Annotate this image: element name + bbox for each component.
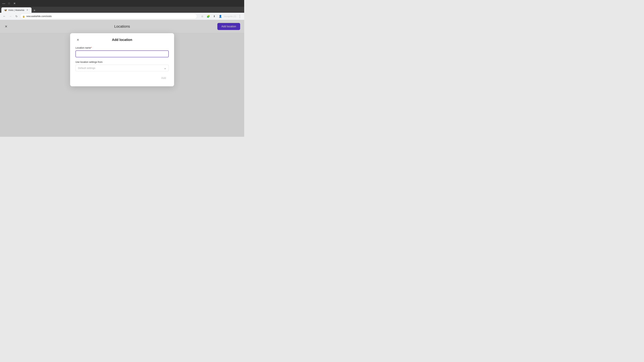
tab-label: Visits | Waitwhile xyxy=(8,9,24,11)
incognito-label: Incognito (2) xyxy=(224,15,236,17)
more-menu-button[interactable]: ⋮ xyxy=(238,14,242,18)
browser-controls: — □ ✕ xyxy=(1,1,17,6)
settings-from-label: Use location settings from xyxy=(76,61,169,63)
tab-close-button[interactable]: ✕ xyxy=(26,8,29,11)
location-name-form-group: Location name* xyxy=(76,46,169,57)
page-content: ✕ Locations Add location Moodie577 ••• ✕… xyxy=(0,20,244,137)
modal-overlay[interactable]: ✕ Add location Location name* Use locati… xyxy=(0,20,244,137)
modal-add-button[interactable]: Add xyxy=(159,75,169,81)
modal-title: Add location xyxy=(112,38,132,42)
reload-button[interactable]: ↻ xyxy=(14,14,19,18)
tab-bar: 🦋 Visits | Waitwhile ✕ + xyxy=(0,7,244,13)
modal-close-button[interactable]: ✕ xyxy=(76,37,80,42)
close-window-button[interactable]: ✕ xyxy=(12,1,17,6)
address-icons: ☆ 🧩 ⬇ 👤 Incognito (2) ⋮ xyxy=(200,14,242,18)
download-icon[interactable]: ⬇ xyxy=(212,14,217,18)
location-name-input[interactable] xyxy=(76,50,169,57)
modal-footer: Add xyxy=(76,75,169,81)
new-tab-button[interactable]: + xyxy=(32,8,37,13)
minimize-button[interactable]: — xyxy=(1,1,6,6)
modal: ✕ Add location Location name* Use locati… xyxy=(70,33,174,86)
bookmark-icon[interactable]: ☆ xyxy=(200,14,204,18)
incognito-badge[interactable]: Incognito (2) xyxy=(224,15,236,17)
back-button[interactable]: ← xyxy=(2,14,7,18)
browser-chrome: — □ ✕ xyxy=(0,0,244,7)
lock-icon: 🔒 xyxy=(22,15,25,17)
forward-button[interactable]: → xyxy=(8,14,13,18)
settings-from-select[interactable]: Default settings xyxy=(76,65,169,71)
address-bar[interactable]: 🔒 new.waitwhile.com/visits xyxy=(20,13,197,19)
tab-favicon: 🦋 xyxy=(4,9,7,11)
maximize-button[interactable]: □ xyxy=(7,1,12,6)
browser-tab[interactable]: 🦋 Visits | Waitwhile ✕ xyxy=(1,7,32,13)
location-name-label: Location name* xyxy=(76,46,169,49)
address-bar-row: ← → ↻ 🔒 new.waitwhile.com/visits ☆ 🧩 ⬇ 👤… xyxy=(0,13,244,20)
modal-header: ✕ Add location xyxy=(76,38,169,42)
settings-from-select-container: Default settings ⌄ xyxy=(76,65,169,71)
settings-from-form-group: Use location settings from Default setti… xyxy=(76,61,169,71)
required-star: * xyxy=(91,46,92,49)
address-text: new.waitwhile.com/visits xyxy=(26,15,195,17)
extensions-icon[interactable]: 🧩 xyxy=(206,14,211,18)
profile-icon[interactable]: 👤 xyxy=(218,14,223,18)
